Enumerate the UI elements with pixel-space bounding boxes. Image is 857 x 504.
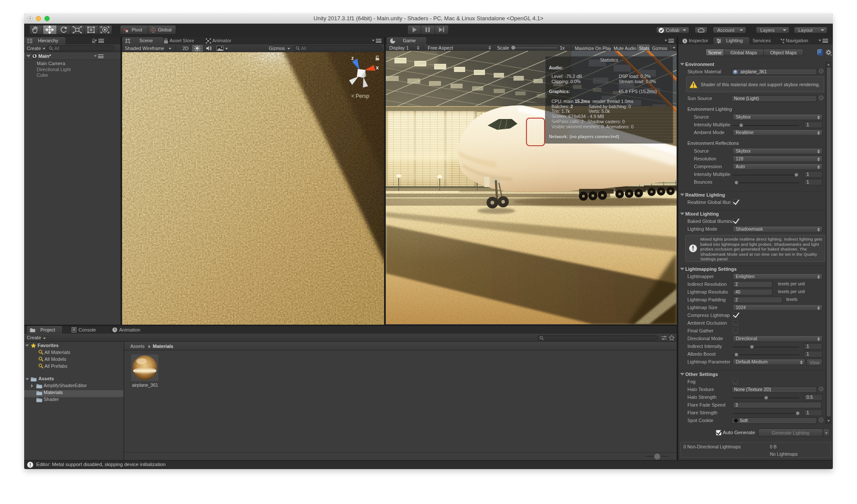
svg-text:x: x [376,65,379,71]
svg-text:z: z [351,55,354,61]
svg-text:i: i [684,39,686,43]
svg-text:?: ? [819,50,821,54]
